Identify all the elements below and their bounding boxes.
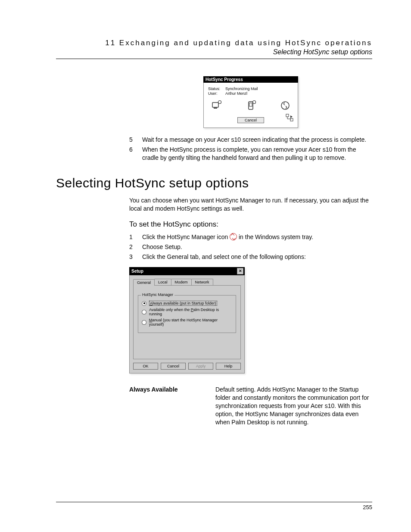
- group-label: HotSync Manager: [141, 292, 174, 297]
- user-label: User:: [208, 91, 225, 96]
- tab-modem[interactable]: Modem: [171, 279, 192, 285]
- step-text: When the HotSync process is complete, yo…: [142, 146, 372, 162]
- list-item: 6 When the HotSync process is complete, …: [129, 146, 372, 162]
- step-text: Click the General tab, and select one of…: [142, 253, 372, 261]
- apply-button[interactable]: Apply: [188, 363, 213, 370]
- radio-palm-desktop-running[interactable]: Available only when the Palm Desktop is …: [142, 308, 232, 316]
- step-text: Click the HotSync Manager icon in the Wi…: [142, 233, 372, 241]
- user-value: Arthur Menzl: [225, 91, 247, 96]
- pc-icon: [211, 100, 222, 111]
- step-number: 2: [129, 243, 142, 251]
- procedure-heading: To set the HotSync options:: [129, 220, 372, 229]
- status-label: Status:: [208, 87, 225, 91]
- dialog-title: HotSync Progress: [203, 76, 298, 83]
- radio-icon: [142, 310, 146, 314]
- cancel-button[interactable]: Cancel: [161, 363, 186, 370]
- svg-point-2: [218, 101, 221, 104]
- radio-icon: [142, 301, 146, 306]
- close-icon[interactable]: ✕: [237, 268, 243, 274]
- radio-icon: [142, 320, 146, 325]
- option-description: Always Available Default setting. Adds H…: [129, 386, 372, 426]
- dialog-title: Setup: [131, 269, 143, 274]
- help-button[interactable]: Help: [216, 363, 241, 370]
- sync-icon: [280, 100, 291, 111]
- tab-network[interactable]: Network: [191, 279, 213, 285]
- step-number: 5: [129, 136, 142, 144]
- list-item: 1 Click the HotSync Manager icon in the …: [129, 233, 372, 241]
- svg-point-6: [281, 102, 289, 109]
- section-heading: Selecting HotSync setup options: [56, 176, 372, 190]
- step-number: 3: [129, 253, 142, 261]
- radio-manual[interactable]: Manual (you start the HotSync Manager yo…: [142, 318, 232, 327]
- step-number: 6: [129, 146, 142, 162]
- page-footer: 255: [56, 502, 372, 510]
- intro-paragraph: You can choose when you want HotSync Man…: [129, 196, 372, 213]
- list-item: 5 Wait for a message on your Acer s10 sc…: [129, 136, 372, 144]
- svg-rect-7: [286, 114, 289, 117]
- hotsync-manager-icon: [230, 233, 237, 240]
- svg-rect-4: [249, 103, 252, 106]
- radio-always-available[interactable]: Always available (put in Startup folder): [142, 301, 232, 306]
- page-number: 255: [363, 504, 372, 510]
- tab-general[interactable]: General: [133, 279, 155, 286]
- status-value: Synchronizing Mail: [225, 87, 258, 91]
- cancel-button[interactable]: Cancel: [237, 117, 264, 123]
- option-definition: Default setting. Adds HotSync Manager to…: [215, 386, 372, 426]
- svg-rect-0: [212, 103, 218, 107]
- step-number: 1: [129, 233, 142, 241]
- svg-rect-1: [214, 108, 217, 109]
- tab-local[interactable]: Local: [154, 279, 171, 285]
- ok-button[interactable]: OK: [133, 363, 158, 370]
- setup-dialog: Setup ✕ General Local Modem Network HotS…: [129, 267, 245, 373]
- connection-icon: [286, 114, 293, 123]
- chapter-header: 11 Exchanging and updating data using Ho…: [56, 39, 372, 59]
- hotsync-progress-dialog: HotSync Progress Status: Synchronizing M…: [203, 76, 298, 128]
- list-item: 2 Choose Setup.: [129, 243, 372, 251]
- step-text: Wait for a message on your Acer s10 scre…: [142, 136, 372, 144]
- list-item: 3 Click the General tab, and select one …: [129, 253, 372, 261]
- chapter-subtitle: Selecting HotSync setup options: [56, 48, 372, 56]
- step-text: Choose Setup.: [142, 243, 372, 251]
- handheld-icon: [245, 100, 256, 111]
- option-term: Always Available: [129, 386, 215, 426]
- chapter-title: 11 Exchanging and updating data using Ho…: [56, 39, 372, 47]
